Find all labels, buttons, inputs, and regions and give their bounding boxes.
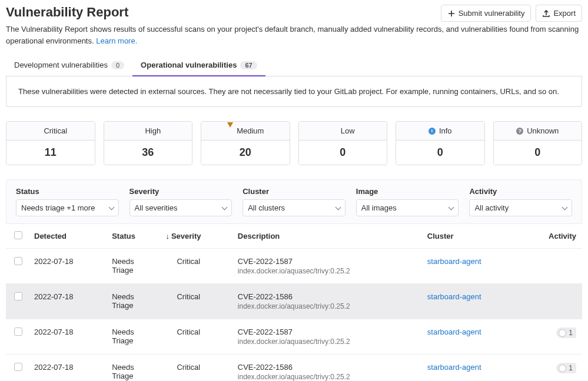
tabs: Development vulnerabilities0Operational … <box>6 55 582 76</box>
stat-card-high[interactable]: High36 <box>104 121 193 165</box>
critical-icon <box>165 258 172 265</box>
col-cluster[interactable]: Cluster <box>421 224 522 249</box>
high-icon <box>135 128 141 134</box>
chevron-down-icon <box>222 203 227 212</box>
plus-icon <box>447 9 456 18</box>
notice: These vulnerabilities were detected in e… <box>6 76 582 107</box>
row-checkbox[interactable] <box>14 327 22 336</box>
filter-label: Image <box>356 187 459 196</box>
cell-status: NeedsTriage <box>106 319 160 355</box>
submit-vulnerability-button[interactable]: Submit vulnerability <box>441 5 531 22</box>
issue-icon <box>559 365 566 372</box>
stat-card-medium[interactable]: Medium20 <box>201 121 290 165</box>
cell-detected: 2022-07-18 <box>28 284 106 319</box>
row-checkbox[interactable] <box>14 257 22 265</box>
filters-bar: Status Needs triage +1 more Severity All… <box>6 179 582 223</box>
critical-icon <box>165 329 172 335</box>
row-checkbox[interactable] <box>14 363 22 371</box>
filter-label: Status <box>16 187 119 196</box>
chevron-down-icon <box>563 203 567 212</box>
filter-label: Activity <box>469 187 572 196</box>
cluster-link[interactable]: starboard-agent <box>427 363 481 372</box>
export-icon <box>542 9 550 18</box>
severity-stats: Critical11High36Medium20Low0Info0Unknown… <box>6 121 582 165</box>
tab-development-vulnerabilities[interactable]: Development vulnerabilities0 <box>6 55 132 76</box>
stat-card-info[interactable]: Info0 <box>396 121 485 165</box>
cell-description: CVE-2022-1587index.docker.io/aquasec/tri… <box>232 319 421 355</box>
cluster-link[interactable]: starboard-agent <box>427 327 481 336</box>
cell-detected: 2022-07-18 <box>28 249 106 284</box>
sort-arrow-icon: ↓ <box>165 232 170 240</box>
cluster-link[interactable]: starboard-agent <box>427 257 481 266</box>
cell-severity: Critical <box>160 284 231 319</box>
filter-image[interactable]: All images <box>356 199 459 216</box>
stat-card-low[interactable]: Low0 <box>298 121 388 165</box>
filter-status[interactable]: Needs triage +1 more <box>16 199 119 216</box>
cluster-link[interactable]: starboard-agent <box>427 292 481 301</box>
issue-icon <box>559 329 566 337</box>
info-icon <box>428 128 436 135</box>
tab-count-badge: 0 <box>111 61 124 69</box>
activity-badge[interactable]: 1 <box>556 363 576 373</box>
table-row[interactable]: 2022-07-18 NeedsTriage Critical CVE-2022… <box>6 284 582 319</box>
cell-status: NeedsTriage <box>106 284 160 319</box>
filter-activity[interactable]: All activity <box>469 199 572 216</box>
cell-description: CVE-2022-1587index.docker.io/aquasec/tri… <box>232 249 421 284</box>
table-row[interactable]: 2022-07-18 NeedsTriage Critical CVE-2022… <box>6 249 582 284</box>
cell-description: CVE-2022-1586index.docker.io/aquasec/tri… <box>232 284 421 319</box>
cell-detected: 2022-07-18 <box>28 355 106 382</box>
col-detected[interactable]: Detected <box>28 224 106 249</box>
filter-label: Severity <box>129 187 232 196</box>
critical-icon <box>34 128 40 134</box>
select-all-checkbox[interactable] <box>14 231 22 239</box>
stat-card-critical[interactable]: Critical11 <box>6 121 95 165</box>
intro-text: The Vulnerability Report shows results o… <box>6 24 582 46</box>
table-row[interactable]: 2022-07-18 NeedsTriage Critical CVE-2022… <box>6 319 582 355</box>
col-status[interactable]: Status <box>106 224 160 249</box>
col-severity[interactable]: ↓Severity <box>160 224 231 249</box>
unknown-icon <box>516 128 523 135</box>
export-button[interactable]: Export <box>536 5 582 22</box>
vulnerability-table: Detected Status ↓Severity Description Cl… <box>6 223 582 381</box>
medium-icon <box>227 128 233 134</box>
filter-cluster[interactable]: All clusters <box>242 199 346 216</box>
col-activity[interactable]: Activity <box>522 224 582 249</box>
row-checkbox[interactable] <box>14 292 22 300</box>
cell-status: NeedsTriage <box>106 249 160 284</box>
chevron-down-icon <box>336 203 340 212</box>
chevron-down-icon <box>109 203 114 212</box>
cell-severity: Critical <box>160 249 231 284</box>
cell-detected: 2022-07-18 <box>28 319 106 355</box>
tab-operational-vulnerabilities[interactable]: Operational vulnerabilities67 <box>132 55 265 76</box>
filter-label: Cluster <box>242 187 346 196</box>
low-icon <box>331 128 337 134</box>
activity-badge[interactable]: 1 <box>556 327 576 338</box>
stat-card-unknown[interactable]: Unknown0 <box>493 121 583 165</box>
page-title: Vulnerability Report <box>6 5 128 20</box>
table-row[interactable]: 2022-07-18 NeedsTriage Critical CVE-2022… <box>6 355 582 382</box>
critical-icon <box>165 364 172 370</box>
filter-severity[interactable]: All severities <box>129 199 232 216</box>
learn-more-link[interactable]: Learn more. <box>96 36 137 45</box>
cell-severity: Critical <box>160 355 231 382</box>
col-description[interactable]: Description <box>232 224 421 249</box>
cell-description: CVE-2022-1586index.docker.io/aquasec/tri… <box>232 355 421 382</box>
cell-status: NeedsTriage <box>106 355 160 382</box>
critical-icon <box>165 293 172 300</box>
cell-severity: Critical <box>160 319 231 355</box>
tab-count-badge: 67 <box>240 61 257 69</box>
chevron-down-icon <box>449 203 453 212</box>
